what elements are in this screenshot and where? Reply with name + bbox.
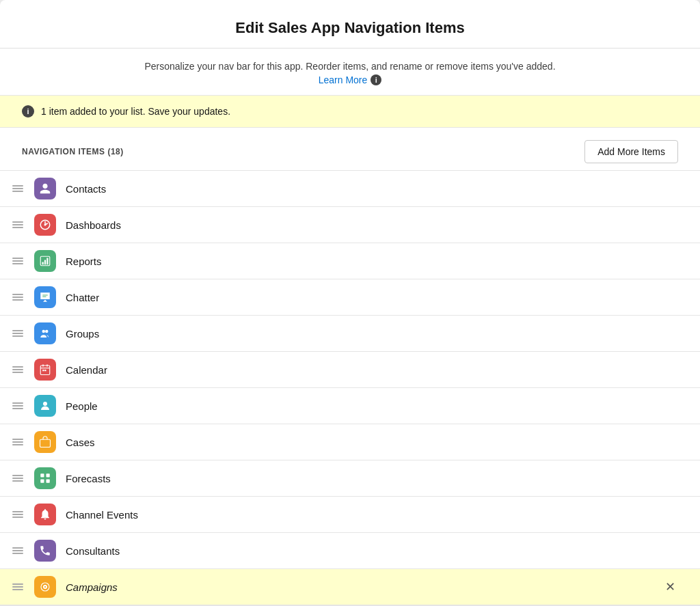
modal-subtitle-area: Personalize your nav bar for this app. R… — [0, 49, 700, 96]
nav-item-icon — [34, 322, 56, 344]
list-item: Forecasts — [0, 460, 700, 497]
drag-handle[interactable] — [11, 582, 25, 592]
drag-handle[interactable] — [11, 437, 25, 447]
svg-point-14 — [43, 402, 47, 406]
nav-item-icon — [34, 286, 56, 308]
list-item: Campaigns ✕ — [0, 569, 700, 605]
svg-rect-4 — [44, 260, 46, 265]
list-item: Consultants — [0, 533, 700, 569]
drag-handle[interactable] — [11, 292, 25, 302]
learn-more-link[interactable]: Learn More — [319, 74, 368, 85]
nav-item-label: Chatter — [66, 292, 678, 303]
nav-item-label: Consultants — [66, 545, 678, 557]
nav-item-icon — [34, 178, 56, 199]
nav-item-label: Campaigns — [66, 581, 653, 593]
drag-handle[interactable] — [11, 184, 25, 193]
modal-container: Edit Sales App Navigation Items Personal… — [0, 0, 700, 606]
drag-handle[interactable] — [11, 220, 25, 230]
nav-item-label: Channel Events — [66, 509, 678, 521]
svg-rect-16 — [40, 473, 44, 477]
nav-item-label: Groups — [66, 328, 678, 340]
svg-rect-12 — [42, 370, 44, 371]
modal-subtitle: Personalize your nav bar for this app. R… — [22, 61, 678, 72]
nav-item-icon — [34, 395, 56, 417]
list-item: Chatter — [0, 279, 700, 316]
learn-more-info-icon[interactable]: i — [371, 74, 381, 85]
svg-rect-17 — [46, 473, 50, 477]
svg-rect-15 — [40, 439, 51, 447]
nav-list: Contacts Dashboards Reports — [0, 170, 700, 605]
nav-item-label: Contacts — [66, 183, 678, 195]
add-more-items-button[interactable]: Add More Items — [584, 140, 678, 163]
list-item: Dashboards — [0, 207, 700, 243]
drag-handle[interactable] — [11, 546, 25, 555]
svg-point-1 — [44, 224, 46, 226]
nav-item-icon — [34, 214, 56, 236]
nav-item-icon — [34, 467, 56, 489]
nav-items-header: NAVIGATION ITEMS (18) Add More Items — [0, 128, 700, 170]
svg-rect-18 — [40, 480, 44, 483]
nav-item-icon — [34, 431, 56, 453]
nav-item-icon — [34, 504, 56, 525]
nav-item-label: Cases — [66, 437, 678, 448]
svg-point-6 — [42, 330, 46, 333]
nav-item-icon — [34, 359, 56, 381]
nav-item-icon — [34, 576, 56, 598]
svg-rect-3 — [42, 262, 44, 265]
nav-item-label: People — [66, 400, 678, 412]
modal-header: Edit Sales App Navigation Items — [0, 0, 700, 49]
drag-handle[interactable] — [11, 473, 25, 483]
svg-point-7 — [45, 330, 49, 333]
modal-title: Edit Sales App Navigation Items — [22, 19, 678, 37]
learn-more-row: Learn More i — [22, 74, 678, 85]
list-item: Calendar — [0, 352, 700, 388]
nav-items-label: NAVIGATION ITEMS (18) — [22, 147, 124, 156]
alert-info-icon: i — [22, 105, 34, 118]
svg-point-22 — [44, 586, 46, 588]
remove-item-button[interactable]: ✕ — [662, 579, 678, 594]
nav-item-label: Reports — [66, 256, 678, 267]
alert-banner: i 1 item added to your list. Save your u… — [0, 96, 700, 128]
nav-item-icon — [34, 250, 56, 272]
list-item: Contacts — [0, 171, 700, 207]
svg-rect-13 — [44, 370, 46, 371]
alert-text: 1 item added to your list. Save your upd… — [41, 106, 230, 117]
drag-handle[interactable] — [11, 329, 25, 338]
nav-item-label: Dashboards — [66, 219, 678, 231]
list-item: Cases — [0, 424, 700, 460]
svg-rect-19 — [46, 480, 50, 483]
drag-handle[interactable] — [11, 365, 25, 374]
list-item: Channel Events — [0, 497, 700, 533]
nav-item-icon — [34, 540, 56, 562]
drag-handle[interactable] — [11, 401, 25, 411]
nav-item-label: Calendar — [66, 364, 678, 376]
svg-rect-5 — [46, 258, 48, 265]
drag-handle[interactable] — [11, 510, 25, 519]
list-item: Reports — [0, 243, 700, 279]
nav-items-section: NAVIGATION ITEMS (18) Add More Items Con… — [0, 128, 700, 605]
list-item: Groups — [0, 316, 700, 352]
nav-item-label: Forecasts — [66, 473, 678, 484]
list-item: People — [0, 388, 700, 424]
drag-handle[interactable] — [11, 256, 25, 266]
